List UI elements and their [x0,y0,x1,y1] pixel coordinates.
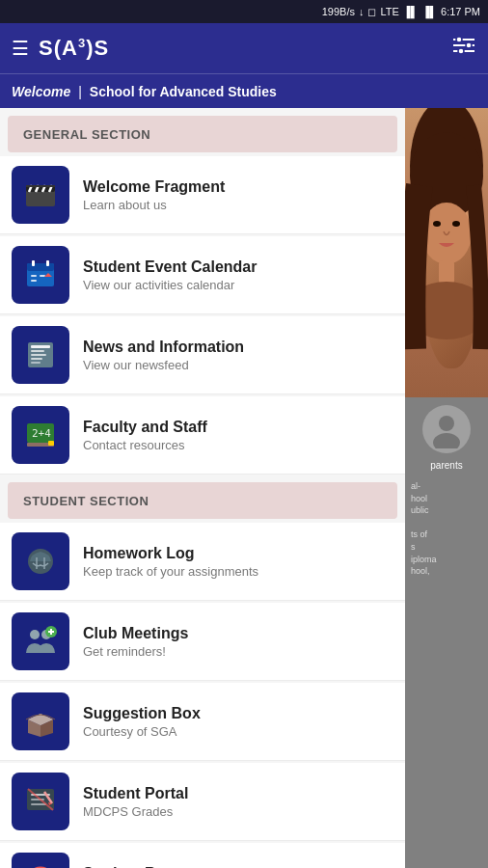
svg-rect-25 [31,358,42,360]
app-title: S(A3)S [39,36,109,61]
right-panel: parents al-hoolublicts ofsiplomahool, [405,108,488,868]
student-event-calendar-text: Student Event Calendar View our activiti… [83,258,257,292]
faculty-and-staff-icon-wrap: 2+4 [12,406,69,464]
main-area: GENERAL SECTION [0,108,488,868]
box-icon [12,692,69,750]
battery-icon: ▐▌ [421,6,437,17]
suggestion-box-text: Suggestion Box Courtesy of SGA [83,705,201,739]
signal-icon: ▐▌ [403,6,419,17]
right-panel-label: parents [411,459,482,473]
club-meetings-item[interactable]: Club Meetings Get reminders! [0,603,405,681]
breadcrumb-separator: | [78,84,82,99]
navbar: ☰ S(A3)S [0,23,488,73]
portal-icon [12,773,69,830]
navbar-left: ☰ S(A3)S [12,36,109,61]
svg-rect-26 [31,362,41,364]
clock: 6:17 PM [441,6,480,17]
student-section-header: STUDENT SECTION [8,482,397,519]
status-icons: 199B/s ↓ ◻ LTE ▐▌ ▐▌ 6:17 PM [322,6,480,18]
svg-rect-16 [46,260,49,266]
breadcrumb-school: School for Advanced Studies [90,84,277,99]
general-section-header: GENERAL SECTION [8,116,397,152]
status-bar: 199B/s ↓ ◻ LTE ▐▌ ▐▌ 6:17 PM [0,0,488,23]
student-event-calendar-item[interactable]: Student Event Calendar View our activiti… [0,236,405,314]
suggestion-box-item[interactable]: Suggestion Box Courtesy of SGA [0,683,405,761]
student-section-label: STUDENT SECTION [23,494,149,508]
svg-rect-14 [27,263,54,271]
avatar [422,405,471,453]
homework-log-icon-wrap [12,532,69,590]
student-event-calendar-icon-wrap [12,246,69,304]
news-and-information-title: News and Information [83,339,244,356]
svg-rect-18 [40,275,45,277]
svg-point-3 [456,37,462,42]
svg-text:2+4: 2+4 [32,427,51,440]
right-panel-body: al-hoolublicts ofsiplomahool, [411,480,482,578]
welcome-fragment-text: Welcome Fragment Learn about us [83,178,225,212]
svg-rect-22 [31,345,50,348]
homework-log-subtitle: Keep track of your assignments [83,564,258,579]
faculty-and-staff-subtitle: Contact resources [83,438,207,452]
student-portal-subtitle: MDCPS Grades [83,804,188,819]
resources-icon [12,853,69,868]
student-portal-title: Student Portal [83,785,188,802]
student-portal-item[interactable]: Student Portal MDCPS Grades [0,763,405,841]
suggestion-box-subtitle: Courtesy of SGA [83,724,201,739]
news-and-information-text: News and Information View our newsfeed [83,339,244,372]
news-and-information-subtitle: View our newsfeed [83,358,244,372]
news-icon [12,326,69,384]
welcome-fragment-title: Welcome Fragment [83,178,225,196]
svg-rect-30 [48,441,54,446]
svg-point-59 [452,221,460,227]
faculty-and-staff-item[interactable]: 2+4 Faculty and Staff Contact resources [0,396,405,475]
svg-rect-12 [26,185,55,187]
homework-icon [12,532,69,590]
student-resources-text: Student Resources Survival Guide [83,865,224,869]
club-meetings-icon-wrap [12,612,69,670]
welcome-fragment-icon-wrap [12,166,69,224]
svg-rect-15 [32,260,35,266]
lte-icon: LTE [380,6,398,17]
homework-log-title: Homework Log [83,545,258,562]
club-meetings-subtitle: Get reminders! [83,644,188,659]
svg-point-4 [466,42,472,48]
breadcrumb: Welcome | School for Advanced Studies [0,73,488,108]
svg-rect-23 [31,350,44,352]
right-panel-info: parents al-hoolublicts ofsiplomahool, [405,397,488,868]
student-resources-title: Student Resources [83,865,224,869]
filter-icon[interactable] [451,35,476,62]
welcome-fragment-subtitle: Learn about us [83,198,225,212]
menu-panel: GENERAL SECTION [0,108,405,868]
faculty-and-staff-text: Faculty and Staff Contact resources [83,419,207,452]
welcome-fragment-item[interactable]: Welcome Fragment Learn about us [0,156,405,234]
svg-rect-19 [31,280,37,282]
face-image [405,108,488,397]
svg-point-62 [439,416,454,431]
club-icon [12,612,69,670]
network-speed: 199B/s [322,6,355,17]
svg-point-5 [458,48,464,54]
svg-point-58 [433,221,441,227]
homework-log-text: Homework Log Keep track of your assignme… [83,545,258,579]
right-panel-image [405,108,488,397]
hamburger-menu-icon[interactable]: ☰ [12,37,29,60]
club-meetings-text: Club Meetings Get reminders! [83,625,188,659]
calendar-icon [12,246,69,304]
suggestion-box-icon-wrap [12,692,69,750]
student-resources-item[interactable]: Student Resources Survival Guide [0,843,405,868]
svg-point-63 [433,433,460,448]
club-meetings-title: Club Meetings [83,625,188,642]
homework-log-item[interactable]: Homework Log Keep track of your assignme… [0,523,405,601]
news-and-information-item[interactable]: News and Information View our newsfeed [0,316,405,394]
svg-rect-60 [439,260,454,285]
download-arrow-icon: ↓ [359,6,365,17]
svg-rect-24 [31,354,46,356]
student-resources-icon-wrap [12,853,69,868]
student-portal-text: Student Portal MDCPS Grades [83,785,188,819]
svg-point-34 [30,630,40,639]
general-section-label: GENERAL SECTION [23,127,150,142]
suggestion-box-title: Suggestion Box [83,705,201,722]
svg-rect-17 [31,275,37,277]
breadcrumb-welcome: Welcome [12,84,70,99]
news-and-information-icon-wrap [12,326,69,384]
